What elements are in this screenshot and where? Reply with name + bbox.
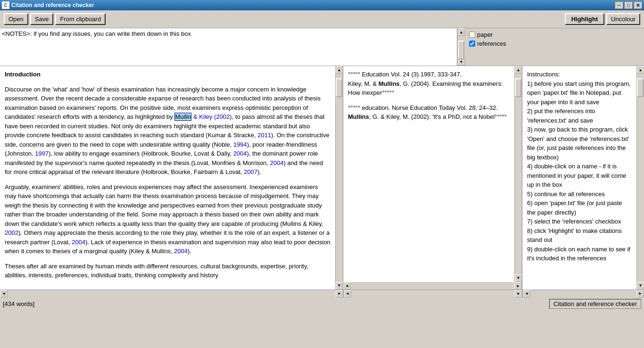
left-scrollbar[interactable]: ▲ ▼	[335, 66, 343, 290]
middle-scroll-thumb[interactable]	[515, 78, 521, 97]
ref2-bullet: °°°°°	[348, 104, 362, 111]
citation-2004d[interactable]: 2004	[174, 248, 188, 255]
middle-panel-content[interactable]: °°°°° Education Vol. 24 (3) 1997, 333-34…	[343, 66, 514, 282]
window-title: Citation and reference checker	[11, 2, 615, 8]
save-button[interactable]: Save	[30, 13, 54, 25]
left-panel-inner: Introduction Discourse on the 'what' and…	[0, 66, 335, 290]
middle-h-scrollbar[interactable]: ◄ ►	[343, 282, 522, 290]
citation-1997[interactable]: 1997	[35, 150, 49, 157]
ref1-authors: Kiley, M. & Mullins, G. (2004). Examinin…	[348, 80, 503, 97]
middle-h-scrollbar2[interactable]: ◄ ►	[343, 290, 522, 297]
uncolour-button[interactable]: Uncolour	[606, 13, 640, 25]
status-bar: [434 words] Citation and reference check…	[0, 297, 644, 310]
left-h-track	[8, 290, 336, 298]
citation-2002b[interactable]: 2002	[5, 229, 18, 236]
references-checkbox[interactable]	[469, 41, 475, 47]
middle-panel: °°°°° Education Vol. 24 (3) 1997, 333-34…	[343, 66, 522, 290]
instruction-4: 4) double-click on a name - if it is men…	[527, 162, 632, 190]
ref2-rest: , G. & Kiley, M. (2002): 'It's a PhD, no…	[369, 113, 507, 120]
right-panel-inner: Instructions: 1) before you start using …	[522, 66, 636, 290]
instruction-7: 7) select the 'references' checkbox	[527, 217, 632, 226]
notes-scrollbar[interactable]: ▲ ▼	[457, 28, 465, 66]
top-right-panel: paper references	[465, 28, 644, 66]
citation-2004b[interactable]: 2004	[270, 159, 284, 166]
instruction-5: 5) continue for all references	[527, 190, 632, 199]
references-checkbox-row: references	[469, 40, 640, 47]
highlight-button[interactable]: Highlight	[565, 13, 604, 25]
right-scroll-track	[637, 74, 644, 282]
bottom-scrollbar-row: ◄ ► ◄ ► ◄ ►	[0, 290, 644, 297]
open-button[interactable]: Open	[4, 13, 28, 25]
mid-scroll-left2[interactable]: ◄	[344, 290, 351, 298]
ref2-bold-author: Mullins	[348, 113, 369, 120]
right-h-track	[530, 290, 636, 298]
paper-checkbox[interactable]	[469, 32, 475, 38]
middle-scroll-left[interactable]: ◄	[343, 282, 351, 290]
middle-scroll-track	[515, 74, 522, 274]
right-scroll-left[interactable]: ◄	[523, 290, 530, 298]
notes-textarea[interactable]: <NOTES>: if you find any issues, you can…	[0, 28, 457, 66]
window-controls[interactable]: ─ □ ✕	[615, 1, 642, 9]
minimize-button[interactable]: ─	[615, 1, 623, 9]
citation-2007[interactable]: 2007	[244, 168, 257, 175]
ref-entry-2: °°°°° education. Nurse Education Today V…	[348, 103, 510, 122]
maximize-button[interactable]: □	[624, 1, 633, 9]
left-h-scrollbar[interactable]: ◄ ►	[0, 290, 343, 297]
middle-scroll-right[interactable]: ►	[514, 282, 522, 290]
paper-label: paper	[477, 31, 493, 38]
right-scroll-thumb[interactable]	[637, 78, 644, 97]
instruction-9: 9) double-click on each name to see if i…	[527, 245, 632, 263]
citation-1994[interactable]: 1994	[233, 141, 247, 148]
highlighted-mullin[interactable]: Mullin	[174, 113, 191, 121]
left-scroll-right[interactable]: ►	[336, 290, 343, 298]
left-scroll-left[interactable]: ◄	[0, 290, 8, 298]
notes-area: <NOTES>: if you find any issues, you can…	[0, 28, 465, 66]
kiley-2002-link[interactable]: & Kiley (2002)	[191, 113, 231, 120]
right-panel: Instructions: 1) before you start using …	[522, 66, 644, 290]
right-scroll-up[interactable]: ▲	[637, 66, 644, 74]
citation-2004a[interactable]: 2004	[233, 150, 247, 157]
word-count: [434 words]	[3, 300, 549, 307]
right-panel-content[interactable]: Instructions: 1) before you start using …	[522, 66, 636, 290]
middle-scroll-down[interactable]: ▼	[515, 274, 522, 282]
ref2-text: education. Nurse Education Today Vol. 28…	[362, 104, 498, 111]
close-button[interactable]: ✕	[634, 1, 642, 9]
left-scroll-down[interactable]: ▼	[336, 282, 343, 290]
paragraph-2: Arguably, examiners' abilities, roles an…	[5, 182, 330, 256]
content-section: Introduction Discourse on the 'what' and…	[0, 66, 644, 290]
right-scroll-right[interactable]: ►	[636, 290, 644, 298]
paragraph-3: Theses after all are examined by human m…	[5, 262, 330, 280]
instruction-1: 1) before you start using this program, …	[527, 79, 632, 107]
citation-2004c[interactable]: 2004	[72, 239, 85, 246]
scroll-track	[458, 36, 465, 58]
left-panel: Introduction Discourse on the 'what' and…	[0, 66, 343, 290]
top-section: <NOTES>: if you find any issues, you can…	[0, 28, 644, 66]
instruction-8: 8) click 'Highlight' to make citations s…	[527, 226, 632, 245]
app-icon: C	[2, 1, 9, 9]
title-bar: C Citation and reference checker ─ □ ✕	[0, 0, 644, 10]
right-h-scrollbar[interactable]: ◄ ►	[522, 290, 644, 297]
scroll-thumb[interactable]	[458, 41, 464, 59]
paragraph-1: Discourse on the 'what' and 'how' of the…	[5, 85, 330, 177]
citation-2011[interactable]: 2011	[257, 132, 271, 139]
left-scroll-up[interactable]: ▲	[336, 66, 343, 74]
instruction-6: 6) open 'paper.txt' file (or just paste …	[527, 199, 632, 217]
ref1-bullet: °°°°°	[348, 71, 362, 78]
middle-h-track	[351, 282, 514, 290]
right-scroll-down[interactable]: ▼	[637, 282, 644, 290]
middle-panel-inner: °°°°° Education Vol. 24 (3) 1997, 333-34…	[343, 66, 514, 282]
middle-scrollbar[interactable]: ▲ ▼	[514, 66, 522, 282]
mid-h-track2	[351, 290, 515, 298]
left-panel-content[interactable]: Introduction Discourse on the 'what' and…	[0, 66, 335, 290]
left-scroll-track	[336, 74, 343, 282]
instruction-2: 2) put the references into 'references.t…	[527, 107, 632, 125]
from-clipboard-button[interactable]: From clipboard	[55, 13, 106, 25]
left-scroll-thumb[interactable]	[336, 78, 342, 97]
scroll-up-arrow[interactable]: ▲	[458, 28, 465, 36]
middle-scroll-up[interactable]: ▲	[515, 66, 522, 74]
intro-heading: Introduction	[5, 70, 330, 79]
paper-checkbox-row: paper	[469, 31, 640, 38]
toolbar: Open Save From clipboard Highlight Uncol…	[0, 10, 644, 28]
mid-scroll-right2[interactable]: ►	[515, 290, 522, 298]
right-scrollbar[interactable]: ▲ ▼	[636, 66, 644, 290]
